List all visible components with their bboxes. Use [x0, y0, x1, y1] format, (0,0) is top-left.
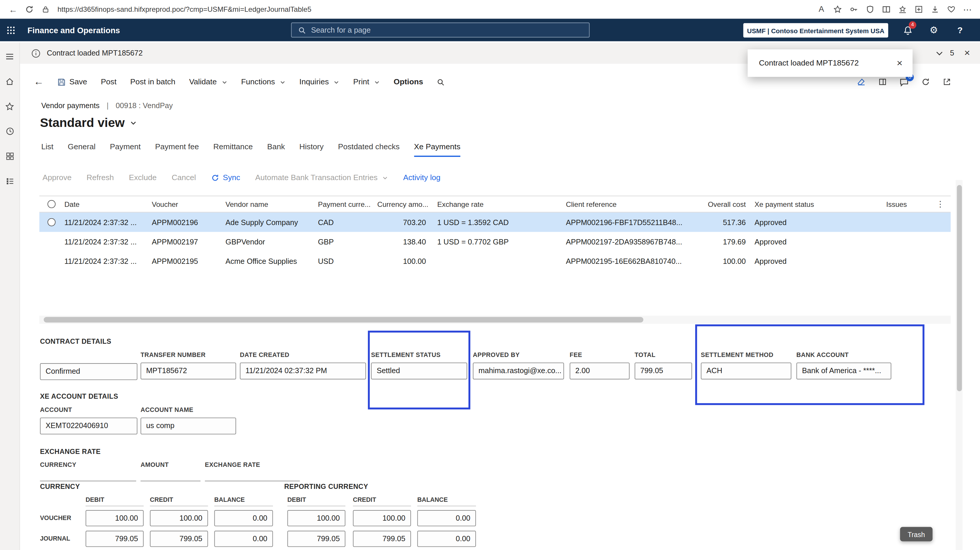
help-button[interactable]: ?: [947, 19, 973, 41]
sync-button[interactable]: Sync: [211, 173, 240, 182]
refresh-icon[interactable]: [921, 78, 930, 86]
table-row[interactable]: 11/21/2024 2:37:32 ... APPM002197 GBPVen…: [39, 232, 951, 251]
activity-log-button[interactable]: Activity log: [403, 173, 441, 182]
horizontal-scrollbar[interactable]: [39, 316, 951, 324]
refresh-button[interactable]: Refresh: [87, 173, 114, 182]
action-search-icon[interactable]: [437, 78, 445, 86]
url-input[interactable]: https://d365finops-sand.hifxpreprod.poc/…: [57, 5, 312, 13]
contract-status-value[interactable]: Confirmed: [40, 363, 137, 380]
column-header-currency-amount[interactable]: Currency amo...: [374, 200, 428, 208]
print-menu-button[interactable]: Print: [353, 78, 380, 86]
notifications-button[interactable]: 4: [894, 19, 921, 41]
tab-remittance[interactable]: Remittance: [213, 142, 253, 157]
vertical-scrollbar-thumb[interactable]: [956, 185, 961, 391]
account-value[interactable]: XEMT0220406910: [40, 418, 137, 434]
account-name-value[interactable]: us comp: [141, 418, 236, 434]
save-button[interactable]: Save: [57, 78, 87, 86]
browser-more-icon[interactable]: ⋯: [960, 2, 975, 16]
split-screen-icon[interactable]: [879, 2, 894, 16]
table-row[interactable]: 11/21/2024 2:37:32 ... APPM002196 Ade Su…: [39, 212, 951, 232]
browser-refresh-icon[interactable]: [21, 1, 37, 17]
approve-button[interactable]: Approve: [43, 173, 72, 182]
journal-credit-value[interactable]: 799.05: [150, 531, 208, 547]
er-currency-value[interactable]: [40, 472, 136, 481]
nav-favorites-icon[interactable]: [5, 101, 14, 112]
page-search-box[interactable]: [291, 22, 590, 38]
eraser-icon[interactable]: [857, 78, 866, 86]
app-launcher-icon[interactable]: [0, 25, 21, 35]
post-in-batch-button[interactable]: Post in batch: [130, 78, 175, 86]
journal-reporting-credit-value[interactable]: 799.05: [353, 531, 411, 547]
column-header-xe-payment-status[interactable]: Xe payment status: [749, 200, 873, 208]
chat-icon[interactable]: 0: [900, 77, 909, 87]
collections-icon[interactable]: [911, 2, 926, 16]
er-amount-value[interactable]: [141, 472, 200, 481]
date-created-value[interactable]: 11/21/2024 02:37:32 PM: [240, 363, 366, 379]
tab-list[interactable]: List: [41, 142, 53, 157]
company-picker-button[interactable]: USMF | Contoso Entertainment System USA: [743, 23, 888, 38]
cancel-button[interactable]: Cancel: [172, 173, 196, 182]
journal-balance-value[interactable]: 0.00: [214, 531, 273, 547]
voucher-debit-value[interactable]: 100.00: [86, 510, 143, 526]
inquiries-menu-button[interactable]: Inquiries: [299, 78, 340, 86]
total-value[interactable]: 799.05: [635, 363, 692, 379]
journal-reporting-debit-value[interactable]: 799.05: [288, 531, 345, 547]
tab-xe-payments[interactable]: Xe Payments: [414, 142, 460, 157]
grid-more-icon[interactable]: ⋮: [907, 199, 951, 209]
breadcrumb-list-title[interactable]: Vendor payments: [41, 101, 100, 110]
tab-bank[interactable]: Bank: [267, 142, 285, 157]
book-icon[interactable]: [878, 78, 887, 86]
fee-value[interactable]: 2.00: [570, 363, 630, 379]
post-button[interactable]: Post: [101, 78, 116, 86]
approved-by-value[interactable]: mahima.rastogi@xe.co...: [473, 363, 564, 379]
extensions-icon[interactable]: [862, 2, 878, 16]
column-header-overall-cost[interactable]: Overall cost: [689, 200, 749, 208]
row-select-radio[interactable]: [39, 218, 63, 226]
close-message-bar-icon[interactable]: ×: [960, 48, 974, 58]
favorites-bar-icon[interactable]: [895, 2, 910, 16]
bank-account-value[interactable]: Bank of America - ****...: [797, 363, 891, 379]
transfer-number-value[interactable]: MPT185672: [141, 363, 236, 379]
tab-postdated-checks[interactable]: Postdated checks: [338, 142, 399, 157]
voucher-reporting-balance-value[interactable]: 0.00: [417, 510, 476, 526]
validate-menu-button[interactable]: Validate: [189, 78, 227, 86]
password-manager-icon[interactable]: [846, 2, 861, 16]
site-lock-icon[interactable]: [38, 1, 54, 17]
tab-payment-fee[interactable]: Payment fee: [155, 142, 199, 157]
column-header-issues[interactable]: Issues: [873, 200, 907, 208]
select-all-checkbox[interactable]: [39, 200, 63, 208]
journal-debit-value[interactable]: 799.05: [86, 531, 143, 547]
view-selector[interactable]: Standard view: [40, 116, 137, 130]
settlement-method-value[interactable]: ACH: [701, 363, 791, 379]
browser-back-icon[interactable]: ←: [5, 1, 21, 17]
open-in-new-window-icon[interactable]: [942, 78, 951, 86]
tab-general[interactable]: General: [68, 142, 96, 157]
column-header-payment-currency[interactable]: Payment curre...: [317, 200, 374, 208]
settings-button[interactable]: ⚙: [921, 19, 947, 41]
automate-bank-transaction-entries-button[interactable]: Automate Bank Transaction Entries: [255, 173, 388, 182]
back-button[interactable]: ←: [34, 77, 44, 88]
downloads-icon[interactable]: [928, 2, 942, 16]
voucher-reporting-debit-value[interactable]: 100.00: [288, 510, 345, 526]
column-header-exchange-rate[interactable]: Exchange rate: [428, 200, 558, 208]
vertical-scrollbar[interactable]: [956, 180, 963, 550]
expand-messages-icon[interactable]: [935, 49, 944, 57]
nav-home-icon[interactable]: [5, 77, 14, 86]
close-toast-icon[interactable]: ×: [893, 58, 906, 68]
column-header-client-reference[interactable]: Client reference: [558, 200, 689, 208]
voucher-balance-value[interactable]: 0.00: [214, 510, 273, 526]
journal-reporting-balance-value[interactable]: 0.00: [417, 531, 476, 547]
table-row[interactable]: 11/21/2024 2:37:32 ... APPM002195 Acme O…: [39, 251, 951, 271]
nav-recent-icon[interactable]: [5, 126, 14, 136]
nav-menu-icon[interactable]: [5, 51, 14, 61]
functions-menu-button[interactable]: Functions: [241, 78, 285, 86]
favorite-star-icon[interactable]: [830, 2, 845, 16]
horizontal-scrollbar-thumb[interactable]: [44, 317, 643, 323]
column-header-date[interactable]: Date: [63, 200, 151, 208]
nav-workspaces-icon[interactable]: [5, 151, 14, 161]
voucher-reporting-credit-value[interactable]: 100.00: [353, 510, 411, 526]
read-aloud-icon[interactable]: A: [814, 2, 829, 16]
search-input[interactable]: [311, 26, 548, 34]
column-header-vendor-name[interactable]: Vendor name: [224, 200, 317, 208]
tab-history[interactable]: History: [299, 142, 324, 157]
